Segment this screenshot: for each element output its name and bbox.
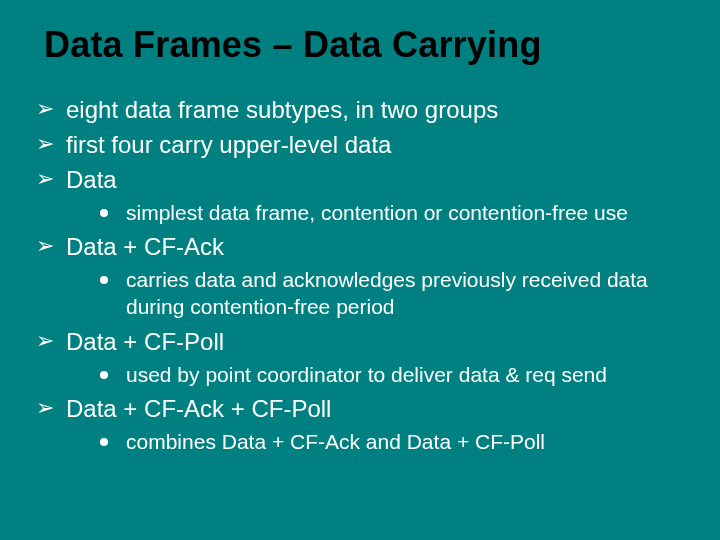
list-item: Data + CF-Ack carries data and acknowled…	[36, 232, 690, 320]
list-item: Data simplest data frame, contention or …	[36, 165, 690, 227]
sub-list-item-text: carries data and acknowledges previously…	[126, 268, 648, 318]
list-item-text: eight data frame subtypes, in two groups	[66, 96, 498, 123]
slide-title: Data Frames – Data Carrying	[44, 24, 690, 65]
sub-list-item: combines Data + CF-Ack and Data + CF-Pol…	[100, 429, 690, 456]
sub-list-item-text: combines Data + CF-Ack and Data + CF-Pol…	[126, 430, 545, 453]
sub-list-item-text: simplest data frame, contention or conte…	[126, 201, 628, 224]
sub-list: combines Data + CF-Ack and Data + CF-Pol…	[100, 429, 690, 456]
list-item: first four carry upper-level data	[36, 130, 690, 161]
sub-list: carries data and acknowledges previously…	[100, 267, 690, 321]
list-item: Data + CF-Poll used by point coordinator…	[36, 327, 690, 389]
sub-list: simplest data frame, contention or conte…	[100, 200, 690, 227]
sub-list-item: simplest data frame, contention or conte…	[100, 200, 690, 227]
list-item: eight data frame subtypes, in two groups	[36, 95, 690, 126]
sub-list-item-text: used by point coordinator to deliver dat…	[126, 363, 607, 386]
slide: Data Frames – Data Carrying eight data f…	[0, 0, 720, 540]
list-item-text: Data + CF-Ack	[66, 233, 224, 260]
list-item-text: Data + CF-Poll	[66, 328, 224, 355]
sub-list-item: carries data and acknowledges previously…	[100, 267, 690, 321]
bullet-list: eight data frame subtypes, in two groups…	[36, 95, 690, 456]
list-item-text: first four carry upper-level data	[66, 131, 391, 158]
sub-list-item: used by point coordinator to deliver dat…	[100, 362, 690, 389]
list-item-text: Data	[66, 166, 117, 193]
sub-list: used by point coordinator to deliver dat…	[100, 362, 690, 389]
list-item-text: Data + CF-Ack + CF-Poll	[66, 395, 331, 422]
list-item: Data + CF-Ack + CF-Poll combines Data + …	[36, 394, 690, 456]
